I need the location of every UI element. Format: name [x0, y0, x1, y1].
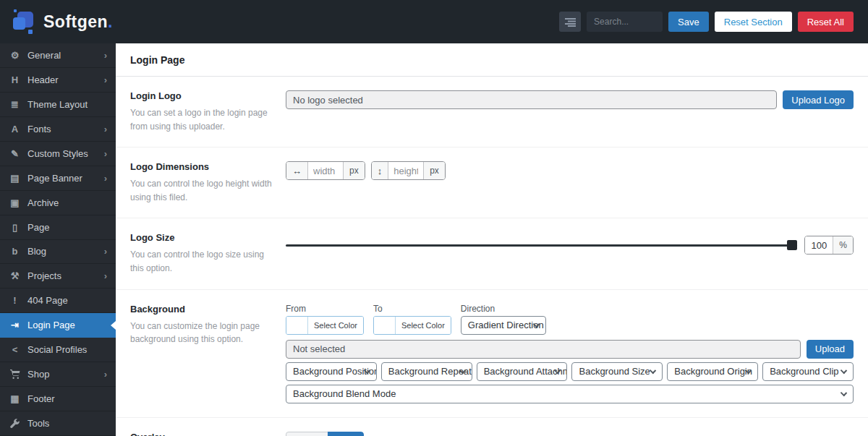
- reset-all-button[interactable]: Reset All: [798, 12, 854, 32]
- background-image-value-input[interactable]: [286, 340, 801, 359]
- page-title: Login Page: [116, 43, 868, 77]
- upload-logo-button[interactable]: Upload Logo: [783, 90, 854, 109]
- direction-label: Direction: [461, 304, 546, 314]
- sidebar-item-general[interactable]: ⚙ General ›: [0, 43, 116, 68]
- gradient-to-block: To Select Color: [373, 304, 451, 336]
- sidebar-item-footer[interactable]: ▦ Footer: [0, 387, 116, 411]
- header-icon: H: [9, 74, 21, 85]
- pencil-icon: ✎: [9, 148, 21, 159]
- brand-name: Softgen.: [43, 12, 113, 32]
- logo-size-value-input[interactable]: [805, 236, 833, 254]
- tools-icon: ⚒: [9, 270, 21, 281]
- chevron-right-icon: ›: [104, 246, 107, 257]
- chevron-down-icon: [841, 389, 847, 396]
- logo-size-label: Logo Size: [130, 232, 286, 243]
- login-logo-description: You can set a logo in the login page fro…: [130, 106, 286, 133]
- wrench-icon: [9, 419, 21, 428]
- sidebar-item-page[interactable]: ▯ Page: [0, 215, 116, 240]
- chevron-right-icon: ›: [104, 74, 107, 85]
- chevron-right-icon: ›: [104, 173, 107, 184]
- sidebar-item-shop[interactable]: Shop ›: [0, 362, 116, 387]
- logo-size-description: You can control the logo size using this…: [130, 248, 286, 275]
- collapse-menu-button[interactable]: [559, 12, 581, 32]
- sidebar-item-social-profiles[interactable]: < Social Profiles: [0, 338, 116, 362]
- logo-size-slider-handle[interactable]: [787, 240, 797, 250]
- sidebar-item-archive[interactable]: ▣ Archive: [0, 191, 116, 215]
- setting-row-login-logo: Login Logo You can set a logo in the log…: [116, 77, 868, 148]
- search-input[interactable]: [587, 12, 663, 32]
- overlay-hide-button[interactable]: Hide: [328, 432, 365, 436]
- gear-icon: ⚙: [9, 50, 21, 61]
- logo-size-slider-track[interactable]: [286, 244, 797, 247]
- layers-icon: ≣: [9, 99, 21, 110]
- select-color-button[interactable]: Select Color: [308, 317, 363, 334]
- background-repeat-select[interactable]: Background Repeat: [381, 362, 472, 381]
- px-unit-label: px: [423, 162, 445, 179]
- cart-icon: [9, 369, 21, 379]
- blog-icon: b: [9, 246, 21, 257]
- gradient-direction-select[interactable]: Gradient Direction: [461, 316, 546, 335]
- fonts-icon: A: [9, 124, 21, 134]
- sidebar-item-tools[interactable]: Tools: [0, 411, 116, 436]
- chevron-down-icon: [841, 367, 847, 373]
- logo-dimensions-label: Logo Dimensions: [130, 161, 286, 172]
- sidebar-item-login-page[interactable]: ⇥ Login Page: [0, 313, 116, 338]
- sidebar-item-theme-layout[interactable]: ≣ Theme Layout: [0, 93, 116, 117]
- list-lines-icon: [565, 17, 576, 27]
- save-button[interactable]: Save: [668, 12, 709, 32]
- sidebar-item-blog[interactable]: b Blog ›: [0, 240, 116, 265]
- top-bar: Softgen. Save Reset Section Reset All: [0, 0, 868, 43]
- color-swatch: [374, 317, 396, 334]
- sidebar-item-404-page[interactable]: ! 404 Page: [0, 288, 116, 313]
- background-description: You can customize the login page backgro…: [130, 320, 286, 346]
- background-position-select[interactable]: Background Position: [286, 362, 377, 381]
- background-label: Background: [130, 304, 286, 315]
- setting-row-background: Background You can customize the login p…: [116, 290, 868, 418]
- from-color-picker[interactable]: Select Color: [286, 316, 364, 335]
- reset-section-button[interactable]: Reset Section: [715, 12, 792, 32]
- to-label: To: [373, 304, 451, 314]
- login-logo-label: Login Logo: [130, 90, 286, 101]
- percent-unit-label: %: [833, 236, 853, 254]
- to-color-picker[interactable]: Select Color: [373, 316, 451, 335]
- color-swatch: [286, 317, 308, 334]
- sidebar-item-header[interactable]: H Header ›: [0, 68, 116, 93]
- login-icon: ⇥: [9, 320, 21, 330]
- background-upload-button[interactable]: Upload: [807, 340, 854, 359]
- width-input-group: ↔ px: [286, 161, 365, 180]
- gradient-direction-block: Direction Gradient Direction: [461, 304, 546, 336]
- main-content: Login Page Login Logo You can set a logo…: [116, 43, 868, 436]
- background-blend-mode-select[interactable]: Background Blend Mode: [286, 385, 854, 403]
- sidebar-item-custom-styles[interactable]: ✎ Custom Styles ›: [0, 142, 116, 166]
- logo-height-input[interactable]: [388, 162, 423, 179]
- logo-dimensions-description: You can control the logo height width us…: [130, 177, 286, 204]
- sidebar: ⚙ General › H Header › ≣ Theme Layout A …: [0, 43, 116, 436]
- overlay-label: Overlay: [130, 432, 286, 436]
- setting-row-logo-dimensions: Logo Dimensions You can control the logo…: [116, 148, 868, 218]
- vertical-arrow-icon: ↕: [372, 162, 389, 179]
- background-size-select[interactable]: Background Size: [571, 362, 663, 381]
- background-clip-select[interactable]: Background Clip: [762, 362, 854, 381]
- logo-size-value-group: %: [804, 236, 854, 255]
- login-logo-value-input[interactable]: [286, 90, 777, 109]
- sidebar-item-projects[interactable]: ⚒ Projects ›: [0, 264, 116, 288]
- image-icon: ▤: [9, 173, 21, 184]
- share-icon: <: [9, 344, 21, 355]
- from-label: From: [286, 304, 364, 314]
- select-color-button[interactable]: Select Color: [396, 317, 451, 334]
- horizontal-arrow-icon: ↔: [286, 162, 308, 179]
- background-attachment-select[interactable]: Background Attachment: [477, 362, 568, 381]
- setting-row-logo-size: Logo Size You can control the logo size …: [116, 218, 868, 289]
- brand: Softgen.: [12, 9, 113, 35]
- sidebar-item-page-banner[interactable]: ▤ Page Banner ›: [0, 166, 116, 191]
- chevron-down-icon: [650, 367, 656, 373]
- height-input-group: ↕ px: [371, 161, 446, 180]
- sidebar-item-fonts[interactable]: A Fonts ›: [0, 117, 116, 142]
- logo-width-input[interactable]: [308, 162, 343, 179]
- background-origin-select[interactable]: Background Origin: [667, 362, 758, 381]
- chevron-right-icon: ›: [104, 50, 107, 61]
- overlay-toggle-group: Show Hide: [286, 432, 364, 436]
- archive-icon: ▣: [9, 197, 21, 208]
- page-icon: ▯: [9, 222, 21, 233]
- overlay-show-button[interactable]: Show: [286, 432, 328, 436]
